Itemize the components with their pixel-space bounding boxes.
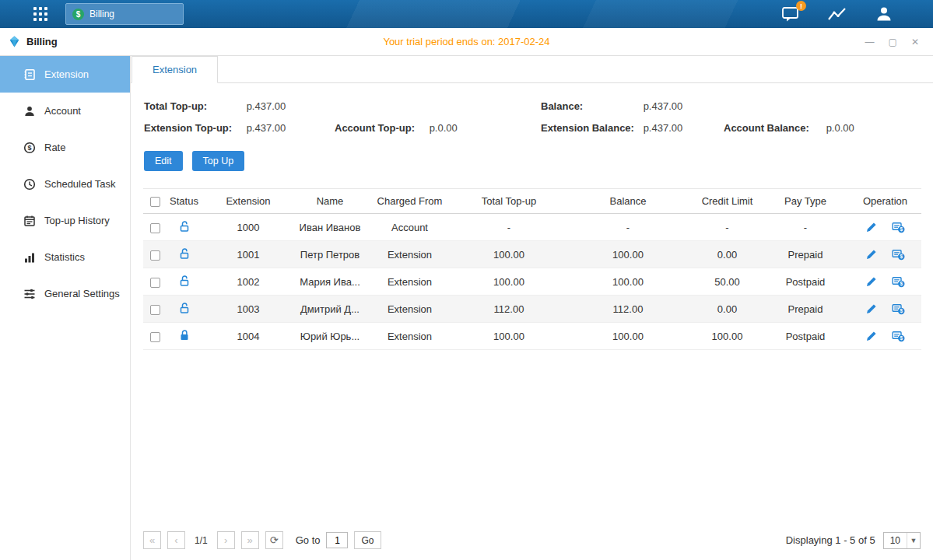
cell-extension: 1003	[202, 296, 295, 323]
table-row: 1002 Мария Ива... Extension 100.00 100.0…	[143, 268, 921, 296]
cell-charged-from: Extension	[365, 323, 454, 350]
refresh-button[interactable]: ⟳	[265, 531, 283, 549]
chevron-down-icon: ▼	[907, 533, 920, 548]
edit-pencil-icon[interactable]	[865, 275, 878, 288]
first-page-button[interactable]: «	[143, 531, 161, 549]
topbar-right-icons: !	[780, 5, 933, 23]
edit-pencil-icon[interactable]	[865, 248, 878, 261]
status-unlock-icon	[178, 223, 191, 235]
topup-money-icon[interactable]: $	[892, 330, 905, 342]
status-unlock-icon	[178, 278, 191, 289]
first-page-icon: «	[149, 534, 155, 546]
account-topup-value: p.0.00	[430, 122, 458, 134]
billing-app-icon	[8, 35, 21, 48]
sidebar-item-general-settings[interactable]: General Settings	[0, 275, 130, 312]
window-titlebar: Billing Your trial period ends on: 2017-…	[0, 28, 933, 56]
sidebar-item-label: Statistics	[44, 251, 85, 263]
cell-balance: -	[563, 214, 693, 241]
goto-page-input[interactable]	[326, 532, 348, 548]
row-checkbox[interactable]	[150, 305, 160, 315]
sidebar-item-account[interactable]: Account	[0, 93, 130, 129]
topup-money-icon[interactable]: $	[892, 303, 905, 315]
goto-label: Go to	[296, 534, 321, 546]
header-extension: Extension	[202, 189, 295, 214]
notifications-chat-icon[interactable]: !	[780, 5, 801, 23]
user-account-icon[interactable]	[874, 5, 894, 23]
minimize-icon[interactable]: —	[865, 37, 875, 47]
extension-balance-field: Extension Balance: p.437.00	[541, 122, 724, 134]
app-launcher-icon[interactable]	[30, 3, 51, 25]
svg-text:$: $	[27, 144, 31, 152]
taskbar-tab-label: Billing	[89, 9, 114, 19]
row-checkbox[interactable]	[150, 223, 160, 233]
cell-charged-from: Extension	[365, 241, 454, 268]
sidebar-item-extension[interactable]: Extension	[0, 56, 130, 93]
cell-charged-from: Extension	[365, 296, 454, 323]
calendar-icon	[23, 215, 36, 227]
svg-text:$: $	[900, 282, 903, 288]
system-topbar: $ Billing !	[0, 0, 933, 28]
billing-summary: Total Top-up: p.437.00 Balance: p.437.00…	[131, 83, 933, 134]
status-unlock-icon	[178, 305, 191, 317]
main-content: Extension Total Top-up: p.437.00 Balance…	[131, 56, 933, 560]
topup-money-icon[interactable]: $	[892, 221, 905, 233]
sidebar-item-label: Extension	[44, 68, 89, 80]
action-buttons: Edit Top Up	[131, 134, 933, 171]
cell-extension: 1002	[202, 268, 295, 296]
cell-balance: 100.00	[563, 323, 693, 350]
topup-money-icon[interactable]: $	[892, 275, 905, 288]
maximize-icon[interactable]: ▢	[889, 37, 897, 47]
sidebar-item-scheduled-task[interactable]: Scheduled Task	[0, 166, 130, 202]
tab-strip: Extension	[131, 56, 933, 83]
svg-text:$: $	[900, 309, 903, 315]
cell-credit-limit: 0.00	[693, 296, 762, 323]
window-controls: — ▢ ✕	[865, 37, 933, 47]
taskbar-tab-billing[interactable]: $ Billing	[65, 3, 184, 25]
close-icon[interactable]: ✕	[911, 37, 919, 47]
header-status: Status	[167, 189, 202, 214]
last-page-icon: »	[247, 534, 253, 546]
sidebar-item-label: Rate	[44, 142, 65, 153]
row-checkbox[interactable]	[150, 250, 160, 261]
sidebar-item-statistics[interactable]: Statistics	[0, 239, 130, 275]
displaying-text: Displaying 1 - 5 of 5	[786, 534, 875, 546]
balance-field: Balance: p.437.00	[541, 100, 724, 112]
cell-name: Дмитрий Д...	[295, 296, 365, 323]
row-checkbox[interactable]	[150, 278, 160, 288]
header-balance: Balance	[563, 189, 693, 214]
last-page-button[interactable]: »	[241, 531, 259, 549]
sidebar-item-rate[interactable]: $ Rate	[0, 129, 130, 166]
cell-balance: 100.00	[563, 268, 693, 296]
clock-icon	[23, 178, 36, 191]
prev-page-button[interactable]: ‹	[167, 531, 185, 549]
page-size-select[interactable]: 10 ▼	[883, 532, 921, 549]
total-topup-label: Total Top-up:	[144, 100, 244, 112]
cell-balance: 100.00	[563, 241, 693, 268]
cell-extension: 1001	[202, 241, 295, 268]
cell-balance: 112.00	[563, 296, 693, 323]
sidebar-item-topup-history[interactable]: Top-up History	[0, 202, 130, 239]
edit-pencil-icon[interactable]	[865, 221, 878, 233]
select-all-checkbox[interactable]	[150, 197, 160, 207]
table-row: 1001 Петр Петров Extension 100.00 100.00…	[143, 241, 921, 268]
tab-extension[interactable]: Extension	[132, 56, 218, 83]
page-size-value: 10	[884, 535, 907, 546]
reports-chart-icon[interactable]	[827, 5, 847, 23]
billing-dollar-icon: $	[72, 9, 84, 20]
sidebar-item-label: Scheduled Task	[44, 178, 116, 190]
extension-table: Status Extension Name Charged From Total…	[143, 188, 921, 350]
topup-money-icon[interactable]: $	[892, 248, 905, 261]
cell-total-topup: 100.00	[454, 241, 563, 268]
extension-topup-field: Extension Top-up: p.437.00	[144, 122, 335, 134]
person-icon	[875, 5, 893, 23]
balance-value: p.437.00	[644, 100, 683, 112]
svg-text:$: $	[900, 336, 903, 342]
edit-pencil-icon[interactable]	[865, 303, 878, 315]
topup-button[interactable]: Top Up	[192, 151, 245, 171]
row-checkbox[interactable]	[150, 332, 160, 342]
edit-pencil-icon[interactable]	[865, 330, 878, 342]
cell-total-topup: 112.00	[454, 296, 563, 323]
go-button[interactable]: Go	[354, 531, 381, 549]
next-page-button[interactable]: ›	[217, 531, 235, 549]
edit-button[interactable]: Edit	[144, 151, 183, 171]
